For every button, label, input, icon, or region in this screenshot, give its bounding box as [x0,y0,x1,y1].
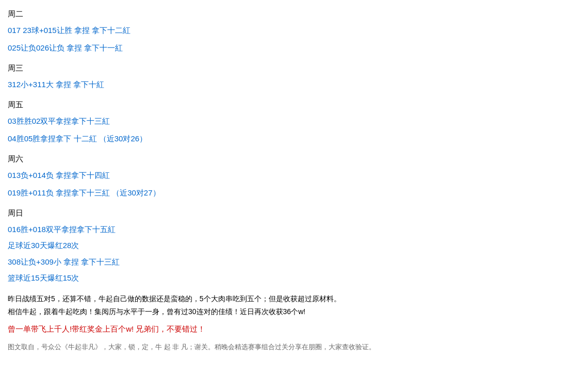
record-1: 017 23球+015让胜 拿捏 拿下十二紅 [8,24,564,37]
record-6: 013负+014负 拿捏拿下十四紅 [8,169,564,182]
day-header-3: 周三 [8,63,564,73]
record-2: 025让负026让负 拿捏 拿下十一紅 [8,42,564,54]
record-7: 019胜+011负 拿捏拿下十三紅 （近30对27） [8,187,564,199]
stat-football: 足球近30天爆红28次 [8,241,564,251]
day-header-5: 周五 [8,100,564,110]
desc-line-2: 相信牛起，跟着牛起吃肉！集阅历与水平于一身，曾有过30连对的佳绩！近日再次收获3… [8,305,564,318]
footer-text: 图文取自，号众公《牛起非凡》，大家，锁，定，牛 起 非 凡；谢关。稍晚会精选赛事… [8,342,564,352]
record-3: 312小+311大 拿捏 拿下十紅 [8,78,564,91]
day-header-7: 周日 [8,208,564,218]
section-day-7: 周日 016胜+018双平拿捏拿下十五紅 足球近30天爆红28次 308让负+3… [8,208,564,283]
section-day-3: 周三 312小+311大 拿捏 拿下十紅 [8,63,564,91]
record-8: 016胜+018双平拿捏拿下十五紅 [8,223,564,236]
record-10: 308让负+309小 拿捏 拿下十三紅 [8,256,564,268]
stat-basketball: 篮球近15天爆红15次 [8,273,564,283]
section-day-6: 周六 013负+014负 拿捏拿下十四紅 019胜+011负 拿捏拿下十三紅 （… [8,154,564,199]
record-4: 03胜胜02双平拿捏拿下十三紅 [8,115,564,127]
highlight-line: 曾一单带飞上千人!带红奖金上百个w! 兄弟们，不要错过！ [8,324,564,334]
day-header-6: 周六 [8,154,564,164]
description-block: 昨日战绩五对5，还算不错，牛起自己做的数据还是蛮稳的，5个大肉串吃到五个；但是收… [8,292,564,318]
section-day-2: 周二 017 23球+015让胜 拿捏 拿下十二紅 025让负026让负 拿捏 … [8,9,564,54]
desc-line-1: 昨日战绩五对5，还算不错，牛起自己做的数据还是蛮稳的，5个大肉串吃到五个；但是收… [8,292,564,305]
page-container: 周二 017 23球+015让胜 拿捏 拿下十二紅 025让负026让负 拿捏 … [8,9,564,352]
record-5: 04胜05胜拿捏拿下 十二紅 （近30对26） [8,133,564,145]
day-header-2: 周二 [8,9,564,19]
section-day-5: 周五 03胜胜02双平拿捏拿下十三紅 04胜05胜拿捏拿下 十二紅 （近30对2… [8,100,564,145]
